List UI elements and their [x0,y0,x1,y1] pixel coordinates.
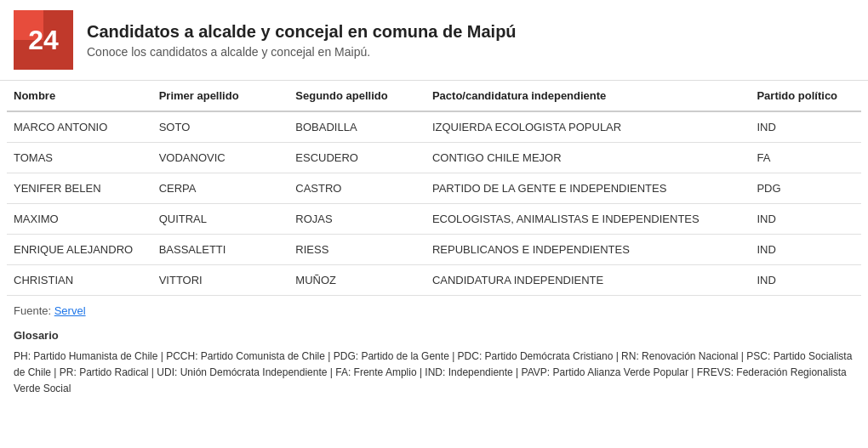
cell-primer_apellido: VODANOVIC [152,143,289,173]
page-title: Candidatos a alcalde y concejal en comun… [87,22,517,42]
cell-segundo_apellido: BOBADILLA [288,111,425,143]
cell-partido: IND [750,265,861,296]
col-header-primer: Primer apellido [152,81,289,111]
glossary-title: Glosario [14,327,854,345]
col-header-pacto: Pacto/candidatura independiente [425,81,751,111]
table-row: MARCO ANTONIOSOTOBOBADILLAIZQUIERDA ECOL… [7,111,861,143]
cell-partido: PDG [750,173,861,204]
col-header-partido: Partido político [750,81,861,111]
glossary-text: PH: Partido Humanista de Chile | PCCH: P… [14,349,854,398]
cell-primer_apellido: BASSALETTI [152,235,289,265]
cell-pacto: PARTIDO DE LA GENTE E INDEPENDIENTES [425,173,751,204]
col-header-segundo: Segundo apellido [288,81,425,111]
source-link[interactable]: Servel [54,304,86,317]
cell-segundo_apellido: CASTRO [288,173,425,204]
table-header-row: Nombre Primer apellido Segundo apellido … [7,81,861,111]
cell-partido: IND [750,235,861,265]
cell-pacto: ECOLOGISTAS, ANIMALISTAS E INDEPENDIENTE… [425,204,751,235]
cell-nombre: TOMAS [7,143,152,173]
cell-nombre: YENIFER BELEN [7,173,152,204]
cell-partido: IND [750,204,861,235]
cell-pacto: IZQUIERDA ECOLOGISTA POPULAR [425,111,751,143]
source-label: Fuente: [14,304,54,317]
table-row: CHRISTIANVITTORIMUÑOZCANDIDATURA INDEPEN… [7,265,861,296]
cell-segundo_apellido: ESCUDERO [288,143,425,173]
cell-segundo_apellido: RIESS [288,235,425,265]
cell-segundo_apellido: MUÑOZ [288,265,425,296]
page-subtitle: Conoce los candidatos a alcalde y concej… [87,45,517,59]
table-container: Nombre Primer apellido Segundo apellido … [0,81,868,296]
cell-nombre: CHRISTIAN [7,265,152,296]
cell-pacto: CONTIGO CHILE MEJOR [425,143,751,173]
header-logo: 24 [14,10,73,70]
cell-primer_apellido: QUITRAL [152,204,289,235]
table-row: MAXIMOQUITRALROJASECOLOGISTAS, ANIMALIST… [7,204,861,235]
table-row: YENIFER BELENCERPACASTROPARTIDO DE LA GE… [7,173,861,204]
cell-pacto: CANDIDATURA INDEPENDIENTE [425,265,751,296]
glossary-section: Glosario PH: Partido Humanista de Chile … [0,322,868,411]
candidates-table: Nombre Primer apellido Segundo apellido … [7,81,861,296]
header: 24 Candidatos a alcalde y concejal en co… [0,0,868,81]
header-logo-number: 24 [28,25,59,56]
table-row: TOMASVODANOVICESCUDEROCONTIGO CHILE MEJO… [7,143,861,173]
cell-primer_apellido: SOTO [152,111,289,143]
cell-segundo_apellido: ROJAS [288,204,425,235]
header-text: Candidatos a alcalde y concejal en comun… [87,22,517,59]
col-header-nombre: Nombre [7,81,152,111]
cell-nombre: MARCO ANTONIO [7,111,152,143]
cell-nombre: ENRIQUE ALEJANDRO [7,235,152,265]
cell-partido: FA [750,143,861,173]
cell-partido: IND [750,111,861,143]
cell-primer_apellido: VITTORI [152,265,289,296]
cell-primer_apellido: CERPA [152,173,289,204]
table-row: ENRIQUE ALEJANDROBASSALETTIRIESSREPUBLIC… [7,235,861,265]
footer: Fuente: Servel [0,296,868,322]
cell-pacto: REPUBLICANOS E INDEPENDIENTES [425,235,751,265]
cell-nombre: MAXIMO [7,204,152,235]
